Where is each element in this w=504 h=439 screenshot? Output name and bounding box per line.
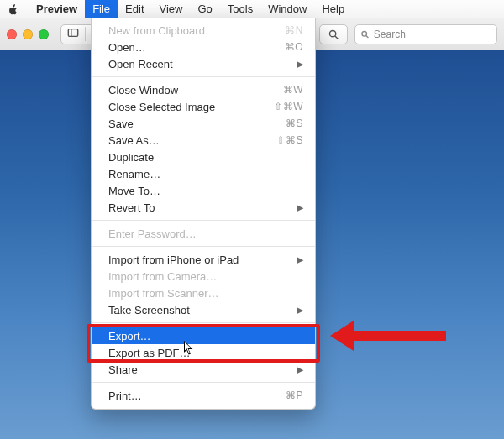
file-menu-item-save-as[interactable]: Save As…⇧⌘S — [92, 132, 315, 149]
menu-item-label: Share — [108, 363, 290, 376]
menu-separator — [92, 76, 315, 77]
file-menu-item-close-window[interactable]: Close Window⌘W — [92, 81, 315, 98]
menu-separator — [92, 382, 315, 383]
pen-tip-icon — [328, 29, 339, 40]
file-menu-item-revert-to[interactable]: Revert To▶ — [92, 199, 315, 216]
submenu-chevron-icon: ▶ — [297, 59, 303, 70]
menu-item-label: New from Clipboard — [108, 24, 285, 37]
window-close-button[interactable] — [7, 29, 17, 39]
file-menu-item-move-to[interactable]: Move To… — [92, 182, 315, 199]
menu-item-label: Print… — [108, 389, 286, 402]
window-zoom-button[interactable] — [39, 29, 49, 39]
file-menu-item-save[interactable]: Save⌘S — [92, 115, 315, 132]
menu-item-shortcut: ⌘O — [285, 41, 303, 53]
menu-item-label: Close Window — [108, 84, 283, 97]
submenu-chevron-icon: ▶ — [297, 305, 303, 316]
file-menu-item-duplicate[interactable]: Duplicate — [92, 149, 315, 165]
menu-item-shortcut: ⌘P — [286, 389, 303, 401]
menubar-item-help[interactable]: Help — [314, 0, 352, 18]
svg-point-7 — [362, 31, 367, 36]
mouse-cursor-icon — [184, 341, 194, 356]
menu-item-shortcut: ⇧⌘S — [276, 134, 303, 146]
menu-item-label: Enter Password… — [108, 227, 303, 240]
svg-line-8 — [366, 35, 369, 38]
menu-item-label: Save As… — [108, 134, 276, 147]
svg-line-6 — [335, 35, 338, 38]
menu-item-label: Move To… — [108, 185, 303, 197]
menubar-item-view[interactable]: View — [152, 0, 191, 18]
menu-item-shortcut: ⌘N — [285, 24, 303, 36]
menu-item-label: Duplicate — [108, 151, 303, 164]
markup-toggle-button[interactable] — [319, 24, 348, 44]
menubar-item-go[interactable]: Go — [190, 0, 219, 18]
menu-separator — [92, 246, 315, 247]
file-menu-item-new-from-clipboard: New from Clipboard⌘N — [92, 22, 315, 39]
menu-item-label: Take Screenshot — [108, 304, 290, 316]
file-menu-item-take-screenshot[interactable]: Take Screenshot▶ — [92, 301, 315, 318]
menu-item-label: Import from Scanner… — [108, 287, 303, 300]
file-menu-item-close-selected-image[interactable]: Close Selected Image⇧⌘W — [92, 98, 315, 115]
toolbar-search[interactable] — [354, 24, 497, 44]
search-icon — [360, 29, 370, 39]
file-menu-item-import-from-camera: Import from Camera… — [92, 268, 315, 285]
file-menu-item-import-from-iphone-or-ipad[interactable]: Import from iPhone or iPad▶ — [92, 251, 315, 268]
menu-item-shortcut: ⌘W — [283, 84, 303, 96]
menubar-item-window[interactable]: Window — [260, 0, 314, 18]
annotation-arrow — [330, 321, 446, 351]
file-menu-item-open[interactable]: Open…⌘O — [92, 39, 315, 55]
svg-point-5 — [329, 30, 335, 36]
menu-item-label: Export… — [108, 330, 303, 342]
sidebar-icon — [61, 27, 86, 41]
file-menu-item-rename[interactable]: Rename… — [92, 165, 315, 182]
system-menubar: Preview FileEditViewGoToolsWindowHelp — [0, 0, 504, 18]
menu-item-label: Save — [108, 118, 286, 130]
menubar-app-name[interactable]: Preview — [29, 0, 85, 18]
apple-menu-icon[interactable] — [7, 3, 20, 15]
menu-item-shortcut: ⇧⌘W — [274, 101, 303, 112]
menu-item-label: Close Selected Image — [108, 101, 274, 113]
menu-item-label: Open… — [108, 41, 285, 54]
submenu-chevron-icon: ▶ — [297, 364, 303, 375]
menubar-item-file[interactable]: File — [85, 0, 118, 18]
menu-item-label: Revert To — [108, 201, 290, 214]
menu-separator — [92, 322, 315, 323]
menu-item-label: Import from Camera… — [108, 270, 303, 283]
menu-item-label: Rename… — [108, 168, 303, 180]
toolbar-search-input[interactable] — [374, 29, 491, 40]
menu-item-label: Export as PDF… — [108, 347, 303, 359]
menubar-item-tools[interactable]: Tools — [220, 0, 260, 18]
window-traffic-lights — [7, 29, 49, 39]
menu-separator — [92, 220, 315, 221]
submenu-chevron-icon: ▶ — [297, 202, 303, 213]
file-menu-item-print[interactable]: Print…⌘P — [92, 387, 315, 404]
file-menu-item-import-from-scanner: Import from Scanner… — [92, 285, 315, 301]
menu-item-label: Import from iPhone or iPad — [108, 253, 290, 266]
file-menu-dropdown: New from Clipboard⌘NOpen…⌘OOpen Recent▶C… — [91, 18, 316, 410]
file-menu-item-enter-password: Enter Password… — [92, 225, 315, 242]
menu-item-label: Open Recent — [108, 58, 290, 71]
file-menu-item-export-as-pdf[interactable]: Export as PDF… — [92, 344, 315, 361]
menu-item-shortcut: ⌘S — [286, 118, 303, 129]
svg-rect-0 — [68, 29, 77, 37]
file-menu-item-open-recent[interactable]: Open Recent▶ — [92, 55, 315, 72]
file-menu-item-share[interactable]: Share▶ — [92, 361, 315, 378]
submenu-chevron-icon: ▶ — [297, 254, 303, 265]
window-minimize-button[interactable] — [23, 29, 33, 39]
file-menu-item-export[interactable]: Export… — [92, 327, 315, 344]
menubar-item-edit[interactable]: Edit — [118, 0, 151, 18]
